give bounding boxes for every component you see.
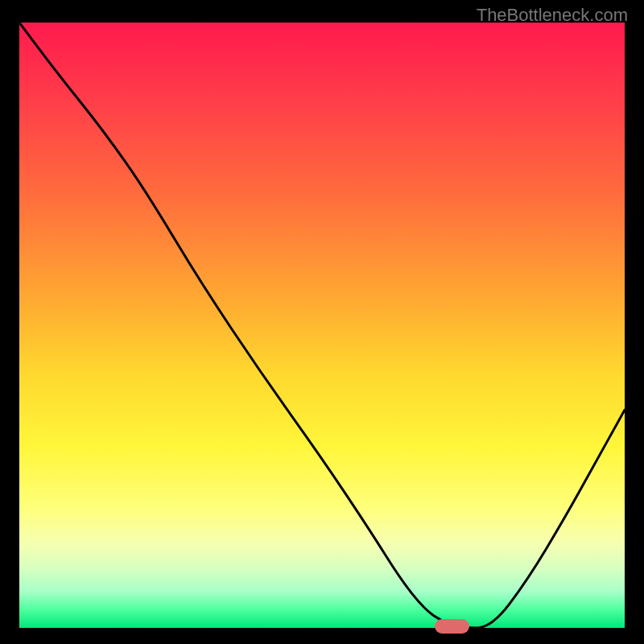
bottleneck-curve-svg bbox=[19, 23, 625, 628]
watermark-text: TheBottleneck.com bbox=[477, 5, 628, 26]
optimal-point-marker bbox=[435, 619, 470, 634]
bottleneck-curve-path bbox=[19, 23, 625, 628]
